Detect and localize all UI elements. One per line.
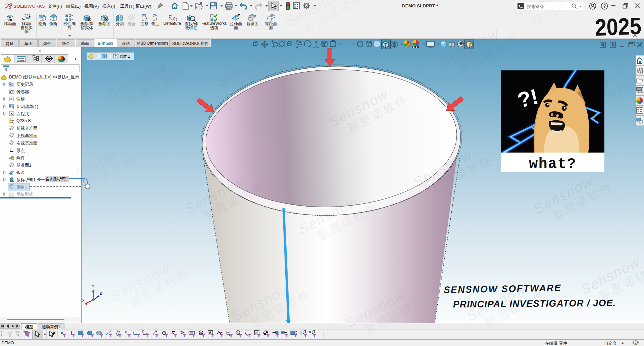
svg-text:Σ: Σ xyxy=(10,112,13,116)
svg-text:N: N xyxy=(200,331,202,334)
svg-text:Y: Y xyxy=(92,285,94,288)
svg-text:WORKS: WORKS xyxy=(28,4,45,9)
svg-text:Z: Z xyxy=(100,292,102,295)
svg-text:X: X xyxy=(82,299,85,302)
svg-text:A: A xyxy=(209,331,211,335)
svg-text:SOLID: SOLID xyxy=(13,4,28,9)
svg-text:A1: A1 xyxy=(237,331,240,334)
svg-text:what?: what? xyxy=(529,156,577,172)
svg-text:A°: A° xyxy=(255,331,258,335)
svg-text:A: A xyxy=(10,97,13,101)
svg-text:03: 03 xyxy=(190,332,193,334)
svg-text:倒角1: 倒角1 xyxy=(120,54,130,59)
svg-text:?: ? xyxy=(603,3,606,9)
